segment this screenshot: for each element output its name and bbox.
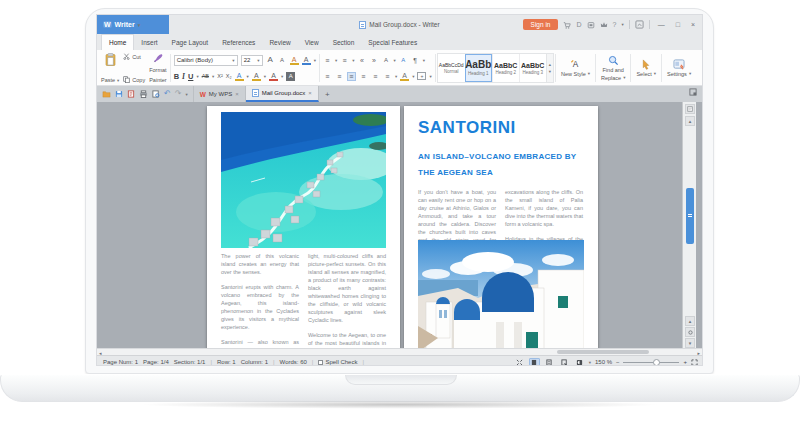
select-button[interactable]: Select▾: [632, 52, 660, 84]
style-heading-3[interactable]: AaBbC Heading 3: [519, 54, 546, 82]
tab-home[interactable]: Home: [101, 34, 134, 50]
toolbar-chevron-icon[interactable]: ▾: [185, 92, 187, 97]
char-box-button[interactable]: A: [286, 72, 295, 81]
eye-protection-mode-icon[interactable]: [574, 358, 585, 367]
minimize-button[interactable]: —: [655, 21, 668, 28]
save-icon[interactable]: [115, 90, 123, 98]
style-normal[interactable]: AaBbCcDd Normal: [438, 54, 465, 82]
numbering-icon[interactable]: ≡: [340, 57, 349, 64]
maldives-lagoon-photo[interactable]: [221, 112, 386, 248]
eye-protection-chevron-icon[interactable]: ▾: [589, 360, 591, 365]
premium-icon[interactable]: [587, 21, 595, 29]
style-heading-1[interactable]: AaBb Heading 1: [465, 54, 492, 82]
document-page-2[interactable]: SANTORINI AN ISLAND–VOLCANO EMBRACED BY …: [404, 106, 598, 348]
tab-insert[interactable]: Insert: [134, 34, 164, 50]
status-words[interactable]: Words: 60: [280, 359, 307, 365]
vertical-scroll-thumb[interactable]: [686, 188, 694, 244]
styles-scroll-down-icon[interactable]: ▾: [549, 69, 551, 74]
store-icon[interactable]: [563, 21, 571, 29]
line-spacing-icon[interactable]: ≡: [383, 73, 392, 80]
show-marks-icon[interactable]: ¶: [411, 57, 420, 64]
outline-view-icon[interactable]: [559, 358, 570, 367]
document-page-1[interactable]: The power of this volcanic island create…: [207, 106, 400, 348]
italic-button[interactable]: I: [182, 72, 185, 81]
highlight-color-button[interactable]: A: [235, 72, 244, 81]
tab-review[interactable]: Review: [262, 34, 297, 50]
help-chevron-icon[interactable]: ▾: [621, 22, 623, 27]
character-scale-icon[interactable]: A: [381, 57, 390, 63]
web-layout-view-icon[interactable]: [544, 358, 555, 367]
writer-menu-button[interactable]: W Writer ▾: [97, 15, 169, 34]
horizontal-scrollbar[interactable]: ◂ ▸: [97, 348, 702, 355]
horizontal-scroll-thumb[interactable]: [557, 350, 649, 354]
ruler-toggle-icon[interactable]: [685, 104, 695, 114]
justify-icon[interactable]: ≡: [347, 72, 356, 81]
increase-indent-icon[interactable]: »: [369, 57, 378, 64]
align-right-icon[interactable]: ≡: [359, 73, 368, 80]
scroll-up-icon[interactable]: ▴: [685, 116, 695, 126]
new-style-button[interactable]: A New Style▾: [557, 52, 594, 84]
next-page-icon[interactable]: ▾: [685, 338, 695, 348]
maximize-button[interactable]: □: [673, 21, 683, 28]
close-button[interactable]: ×: [688, 21, 698, 28]
strikethrough-button[interactable]: AB: [202, 73, 209, 79]
help-icon[interactable]: ?: [613, 21, 617, 28]
ribbon-options-icon[interactable]: [635, 20, 644, 29]
vertical-scrollbar[interactable]: ▴ ▴ ▾: [682, 102, 696, 348]
distribute-icon[interactable]: ≡: [371, 73, 380, 80]
zoom-level-value[interactable]: 150 %: [595, 359, 612, 365]
grow-font-button[interactable]: A: [266, 56, 275, 64]
export-pdf-icon[interactable]: [127, 90, 135, 98]
fit-page-icon[interactable]: [691, 359, 698, 366]
bold-button[interactable]: B: [174, 72, 179, 81]
shading-icon[interactable]: A: [400, 72, 409, 81]
phonetic-guide-button[interactable]: A: [290, 56, 299, 65]
paste-button[interactable]: Paste▾: [99, 52, 121, 84]
close-tab-icon[interactable]: ×: [235, 91, 239, 97]
zoom-out-icon[interactable]: −: [616, 359, 620, 365]
task-window-icon[interactable]: [684, 86, 702, 102]
sort-icon[interactable]: A: [399, 57, 408, 63]
align-left-icon[interactable]: ≡: [323, 73, 332, 80]
font-family-select[interactable]: Calibri (Body) ▾: [174, 55, 238, 66]
tab-special-features[interactable]: Special Features: [361, 34, 424, 50]
find-replace-button[interactable]: Find and Replace▾: [597, 52, 629, 84]
settings-button[interactable]: Settings▾: [663, 52, 695, 84]
shrink-font-button[interactable]: A: [278, 57, 287, 63]
zoom-slider[interactable]: [623, 362, 679, 363]
spell-check-button[interactable]: Spell Check: [318, 359, 357, 365]
zoom-slider-knob[interactable]: [653, 359, 660, 366]
superscript-button[interactable]: X²: [217, 73, 223, 79]
tab-view[interactable]: View: [298, 34, 326, 50]
undo-icon[interactable]: ↶: [164, 90, 171, 98]
open-folder-icon[interactable]: [102, 90, 111, 98]
font-size-select[interactable]: 22 ▾: [241, 55, 263, 66]
tab-references[interactable]: References: [215, 34, 262, 50]
tab-page-layout[interactable]: Page Layout: [165, 34, 216, 50]
santorini-domes-photo[interactable]: [418, 240, 584, 348]
tab-section[interactable]: Section: [326, 34, 362, 50]
cut-button[interactable]: Cut: [123, 53, 145, 60]
styles-scroll-up-icon[interactable]: ▴: [549, 62, 551, 67]
sign-in-button[interactable]: Sign in: [523, 19, 559, 30]
tab-my-wps[interactable]: W My WPS ×: [193, 86, 246, 102]
previous-page-icon[interactable]: ▴: [685, 316, 695, 326]
select-browse-object-icon[interactable]: [685, 327, 695, 337]
format-painter-button[interactable]: Format Painter: [147, 52, 168, 84]
zoom-in-icon[interactable]: +: [683, 359, 687, 365]
full-screen-view-icon[interactable]: [514, 358, 525, 367]
redo-icon[interactable]: ↷: [175, 90, 182, 98]
subscript-button[interactable]: X₂: [226, 73, 232, 79]
print-layout-view-icon[interactable]: [529, 358, 540, 367]
char-border-button[interactable]: A: [302, 56, 311, 65]
style-heading-2[interactable]: AaBbC Heading 2: [492, 54, 519, 82]
borders-icon[interactable]: +: [417, 72, 426, 80]
tab-mail-group-docx[interactable]: Mail Group.docx ×: [246, 86, 319, 102]
close-tab-icon[interactable]: ×: [308, 90, 312, 96]
vip-crown-icon[interactable]: [600, 21, 608, 29]
underline-button[interactable]: U: [188, 72, 193, 81]
decrease-indent-icon[interactable]: «: [357, 57, 366, 64]
font-color-button[interactable]: A: [269, 72, 278, 81]
print-preview-icon[interactable]: [152, 90, 160, 98]
shading-color-button[interactable]: A: [252, 72, 261, 81]
